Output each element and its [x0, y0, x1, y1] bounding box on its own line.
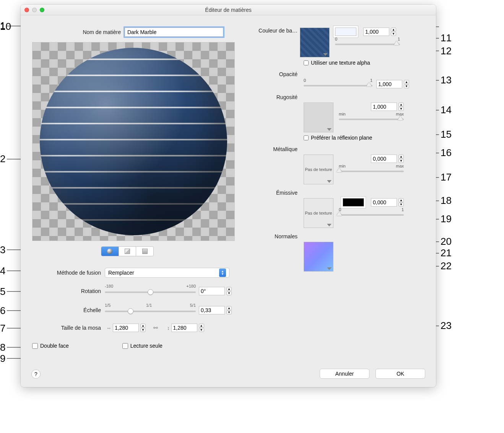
no-texture-label: Pas de texture — [305, 211, 332, 215]
roughness-slider[interactable]: min max — [339, 113, 404, 122]
bc-up[interactable]: ▲ — [391, 28, 396, 32]
emissive-stepper: ▲▼ — [371, 198, 404, 207]
mt-up[interactable]: ▲ — [398, 155, 404, 159]
tile-h-down[interactable]: ▼ — [199, 328, 204, 332]
scale-input[interactable] — [199, 306, 225, 314]
scale-up[interactable]: ▲ — [226, 306, 232, 310]
rotation-up[interactable]: ▲ — [226, 287, 232, 291]
double-face-input[interactable] — [32, 343, 38, 349]
dropdown-icon — [327, 224, 332, 226]
rotation-input[interactable] — [199, 287, 225, 295]
scale-t2: 1/1 — [146, 303, 152, 308]
window-title: Éditeur de matières — [21, 7, 436, 13]
scale-slider[interactable]: 1/5 1/1 5/1 — [105, 304, 196, 316]
scale-stepper: ▲▼ — [199, 306, 232, 314]
callout-5: 5 — [0, 286, 5, 298]
callout-16: 16 — [441, 147, 452, 159]
scale-t1: 1/5 — [105, 303, 111, 308]
alpha-texture-checkbox[interactable]: Utiliser une texture alpha — [304, 60, 426, 66]
shape-sphere-button[interactable] — [101, 247, 119, 256]
callout-12: 12 — [441, 45, 452, 57]
link-icon[interactable]: ⚯ — [153, 325, 158, 331]
emissive-label: Émissive — [250, 190, 300, 196]
bc-down[interactable]: ▼ — [391, 32, 396, 36]
tile-w-down[interactable]: ▼ — [140, 328, 146, 332]
planar-reflection-input[interactable] — [304, 135, 309, 140]
scale-thumb[interactable] — [128, 308, 133, 314]
rg-down[interactable]: ▼ — [398, 107, 404, 111]
op-down[interactable]: ▼ — [404, 84, 409, 88]
scale-row: Échelle 1/5 1/1 5/1 ▲▼ — [21, 304, 235, 316]
normals-section: Normales — [250, 233, 426, 272]
metallic-texture[interactable]: Pas de texture — [304, 155, 333, 184]
callout-3: 3 — [0, 244, 5, 256]
tile-h-input[interactable] — [171, 324, 197, 332]
metallic-slider[interactable]: min max — [339, 165, 404, 174]
plane-icon — [142, 249, 148, 254]
content: Nom de matière Méthode de fusion Remplac… — [21, 15, 436, 387]
emissive-slider[interactable]: 0 1 — [339, 209, 404, 218]
rotation-thumb[interactable] — [148, 289, 153, 295]
no-texture-label: Pas de texture — [305, 167, 332, 172]
rotation-label: Rotation — [21, 288, 105, 294]
base-color-input[interactable] — [363, 28, 389, 36]
shape-cube-button[interactable] — [119, 247, 137, 256]
roughness-texture[interactable] — [304, 103, 333, 132]
callout-9: 9 — [0, 353, 5, 365]
fusion-label: Méthode de fusion — [21, 270, 105, 276]
alpha-texture-input[interactable] — [304, 60, 309, 65]
cancel-button[interactable]: Annuler — [320, 369, 369, 379]
cube-icon — [125, 249, 130, 254]
opacity-input[interactable] — [376, 80, 402, 88]
metallic-input[interactable] — [371, 155, 397, 163]
base-color-well[interactable] — [335, 28, 356, 36]
tile-label: Taille de la mosa — [21, 325, 105, 331]
tile-w-up[interactable]: ▲ — [140, 324, 146, 328]
dialog-buttons: Annuler OK — [320, 369, 425, 379]
rotation-slider[interactable]: -180 +180 — [105, 285, 196, 297]
callout-2: 2 — [0, 153, 5, 165]
roughness-stepper: ▲▼ — [371, 103, 404, 111]
emissive-input[interactable] — [371, 198, 397, 207]
callout-13: 13 — [441, 74, 452, 86]
read-only-checkbox[interactable]: Lecture seule — [122, 343, 163, 349]
material-name-label: Nom de matière — [21, 29, 125, 35]
rotation-down[interactable]: ▼ — [226, 291, 232, 295]
roughness-label: Rugosité — [250, 94, 300, 100]
em-up[interactable]: ▲ — [398, 198, 404, 202]
rg-min: min — [339, 112, 346, 116]
ok-button[interactable]: OK — [376, 369, 425, 379]
callout-21: 21 — [441, 247, 452, 259]
scale-down[interactable]: ▼ — [226, 310, 232, 314]
preview-shape-toggle — [101, 246, 154, 256]
base-color-texture[interactable] — [300, 28, 330, 57]
opacity-slider[interactable]: 0 1 — [304, 80, 372, 89]
help-button[interactable]: ? — [31, 370, 41, 379]
base-color-slider[interactable]: 0 1 — [335, 38, 400, 47]
normals-texture[interactable] — [304, 242, 333, 272]
emissive-texture[interactable]: Pas de texture — [304, 198, 333, 228]
shape-plane-button[interactable] — [136, 247, 153, 256]
sphere-icon — [107, 249, 112, 254]
callout-22: 22 — [441, 260, 452, 272]
fusion-select[interactable]: Remplacer ▲▼ — [105, 268, 229, 278]
rg-up[interactable]: ▲ — [398, 103, 404, 107]
planar-reflection-checkbox[interactable]: Préférer la réflexion plane — [304, 135, 426, 141]
em-down[interactable]: ▼ — [398, 202, 404, 207]
double-face-checkbox[interactable]: Double face — [32, 343, 69, 349]
fusion-value: Remplacer — [108, 270, 134, 276]
mt-down[interactable]: ▼ — [398, 159, 404, 163]
checks-row: Double face Lecture seule — [32, 343, 163, 349]
tile-w-input[interactable] — [113, 324, 139, 332]
height-icon: ↕ — [167, 325, 170, 331]
op-up[interactable]: ▲ — [404, 80, 409, 84]
tile-h-up[interactable]: ▲ — [199, 324, 204, 328]
fusion-row: Méthode de fusion Remplacer ▲▼ — [21, 268, 235, 278]
read-only-input[interactable] — [122, 343, 128, 349]
metallic-stepper: ▲▼ — [371, 155, 404, 163]
roughness-input[interactable] — [371, 103, 397, 111]
material-preview — [32, 42, 235, 241]
roughness-section: Rugosité ▲▼ min max — [250, 94, 426, 141]
material-name-input[interactable] — [125, 28, 223, 37]
emissive-color-well[interactable] — [343, 198, 364, 207]
